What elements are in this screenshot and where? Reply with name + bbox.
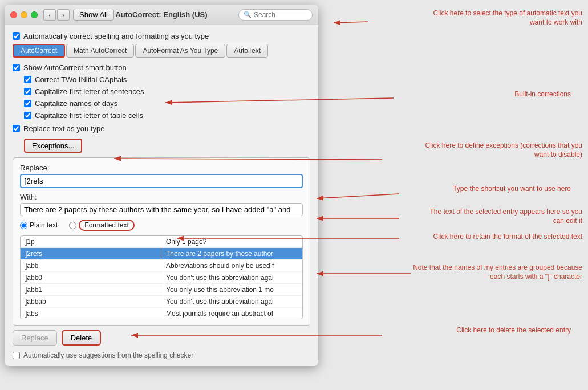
correction-label-1: Capitalize first letter of sentences <box>35 87 144 96</box>
delete-button[interactable]: Delete <box>62 330 102 346</box>
table-row[interactable]: ]abbab You don't use this abbreviation a… <box>21 296 302 308</box>
replace-text-row: Replace text as you type <box>13 124 310 133</box>
annotation-top-right: Click here to select the type of automat… <box>423 9 582 27</box>
smart-button-row: Show AutoCorrect smart button <box>13 63 310 72</box>
correction-row-2: Capitalize names of days <box>24 99 310 108</box>
correction-checkbox-1[interactable] <box>24 88 31 95</box>
tab-math-autocorrect[interactable]: Math AutoCorrect <box>66 44 134 58</box>
radio-row: Plain text Formatted text <box>20 220 303 231</box>
correction-label-3: Capitalize first letter of table cells <box>35 111 143 120</box>
main-checkbox-row: Automatically correct spelling and forma… <box>13 32 310 40</box>
traffic-lights <box>10 11 38 18</box>
replace-text-checkbox[interactable] <box>13 125 20 132</box>
tab-autotext[interactable]: AutoText <box>226 44 268 58</box>
table-body: ]1p Only 1 page? ]2refs There are 2 pape… <box>21 236 302 319</box>
formatted-text-radio[interactable] <box>69 222 76 229</box>
autocorrect-window: ‹ › Show All AutoCorrect: English (US) 🔍… <box>5 5 318 366</box>
smart-button-label: Show AutoCorrect smart button <box>23 63 127 72</box>
table-cell-value: Only 1 page? <box>161 236 302 247</box>
table-cell-value: You don't use this abbreviation agai <box>161 272 302 283</box>
table-cell-value: You don't use this abbreviation agai <box>161 296 302 307</box>
replace-label: Replace: <box>20 164 303 172</box>
table-cell-key: ]abbab <box>21 296 161 307</box>
auto-suggestions-label: Automatically use suggestions from the s… <box>23 351 193 359</box>
search-input[interactable] <box>254 11 307 19</box>
table-row[interactable]: ]2refs There are 2 papers by these autho… <box>21 248 302 260</box>
titlebar: ‹ › Show All AutoCorrect: English (US) 🔍 <box>5 5 318 25</box>
svg-line-1 <box>334 22 368 23</box>
show-all-button[interactable]: Show All <box>73 9 114 21</box>
table-row[interactable]: ]abb Abbreviations should only be used f <box>21 260 302 272</box>
table-row[interactable]: ]abb1 You only use this abbreviation 1 m… <box>21 284 302 296</box>
autocorrect-table: ]1p Only 1 page? ]2refs There are 2 pape… <box>20 235 303 319</box>
table-row[interactable]: ]1p Only 1 page? <box>21 236 302 248</box>
exceptions-section: Exceptions... <box>24 136 310 153</box>
annotation-grouped: Note that the names of my entries are gr… <box>405 263 582 281</box>
correction-checkbox-0[interactable] <box>24 76 31 83</box>
formatted-text-label: Formatted text <box>79 220 134 231</box>
table-cell-value: There are 2 papers by these author <box>161 248 302 259</box>
table-cell-key: ]abb <box>21 260 161 271</box>
window-title: AutoCorrect: English (US) <box>115 10 207 19</box>
table-cell-key: ]1p <box>21 236 161 247</box>
with-input[interactable] <box>20 203 303 216</box>
annotation-exceptions: Click here to define exceptions (correct… <box>411 141 582 159</box>
correction-checkbox-2[interactable] <box>24 100 31 107</box>
auto-correct-checkbox[interactable] <box>13 32 20 40</box>
correction-label-0: Correct TWo INitial CApitals <box>35 75 127 84</box>
svg-line-4 <box>317 194 399 198</box>
smart-button-checkbox[interactable] <box>13 64 20 71</box>
table-cell-value: You only use this abbreviation 1 mo <box>161 284 302 295</box>
table-cell-key: ]2refs <box>21 248 161 259</box>
table-row[interactable]: ]abb0 You don't use this abbreviation ag… <box>21 272 302 284</box>
annotation-built-in: Built-in corrections <box>514 90 571 99</box>
corrections-section: Correct TWo INitial CApitals Capitalize … <box>24 75 310 120</box>
nav-buttons: ‹ › <box>43 9 70 21</box>
correction-row-3: Capitalize first letter of table cells <box>24 111 310 120</box>
tab-autoformat[interactable]: AutoFormat As You Type <box>135 44 225 58</box>
table-cell-key: ]abs <box>21 308 161 319</box>
search-box: 🔍 <box>238 9 313 21</box>
table-cell-key: ]abb0 <box>21 272 161 283</box>
correction-label-2: Capitalize names of days <box>35 99 117 108</box>
tabs-row: AutoCorrect Math AutoCorrect AutoFormat … <box>13 44 310 58</box>
correction-checkbox-3[interactable] <box>24 112 31 119</box>
annotation-shortcut: Type the shortcut you want to use here <box>453 185 571 194</box>
replace-text-label: Replace text as you type <box>23 124 104 133</box>
formatted-text-option: Formatted text <box>69 220 134 231</box>
table-cell-value: Abbreviations should only be used f <box>161 260 302 271</box>
correction-row-0: Correct TWo INitial CApitals <box>24 75 310 84</box>
maximize-button[interactable] <box>31 11 38 18</box>
nav-forward-button[interactable]: › <box>57 9 70 21</box>
annotation-selected-text: The text of the selected entry appears h… <box>423 208 582 225</box>
plain-text-label: Plain text <box>30 221 58 229</box>
auto-correct-label: Automatically correct spelling and forma… <box>23 32 209 40</box>
replace-with-section: Replace: With: Plain text Formatted text <box>13 157 310 326</box>
window-body: Automatically correct spelling and forma… <box>5 25 318 366</box>
minimize-button[interactable] <box>21 11 27 18</box>
annotation-retain-format: Click here to retain the format of the s… <box>433 233 582 242</box>
plain-text-radio[interactable] <box>20 222 27 229</box>
table-cell-value: Most journals require an abstract of <box>161 308 302 319</box>
tab-autocorrect[interactable]: AutoCorrect <box>13 44 65 58</box>
nav-back-button[interactable]: ‹ <box>43 9 56 21</box>
table-row[interactable]: ]abs Most journals require an abstract o… <box>21 308 302 319</box>
exceptions-button[interactable]: Exceptions... <box>24 139 82 153</box>
replace-input[interactable] <box>20 174 303 188</box>
close-button[interactable] <box>10 11 17 18</box>
auto-suggestions-checkbox[interactable] <box>13 352 20 359</box>
correction-row-1: Capitalize first letter of sentences <box>24 87 310 96</box>
replace-button[interactable]: Replace <box>13 330 57 346</box>
table-cell-key: ]abb1 <box>21 284 161 295</box>
with-label: With: <box>20 193 303 201</box>
auto-suggestions-row: Automatically use suggestions from the s… <box>13 351 310 359</box>
plain-text-option: Plain text <box>20 221 58 229</box>
search-icon: 🔍 <box>244 11 252 18</box>
annotation-delete-entry: Click here to delete the selected entry <box>456 326 571 335</box>
bottom-buttons: Replace Delete <box>13 330 310 346</box>
